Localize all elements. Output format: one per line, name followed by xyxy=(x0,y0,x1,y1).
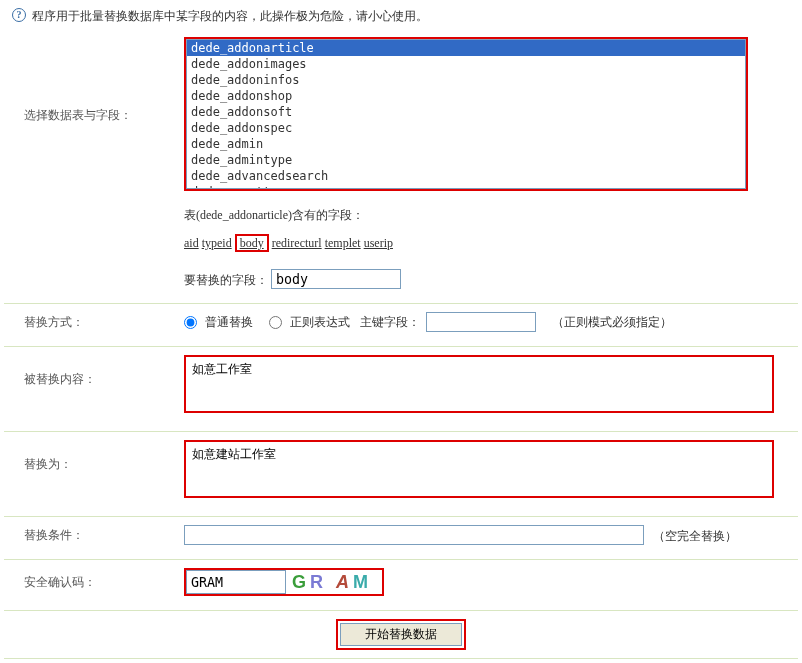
table-option[interactable]: dede_admintype xyxy=(187,152,745,168)
table-option[interactable]: dede_admin xyxy=(187,136,745,152)
field-link[interactable]: typeid xyxy=(202,236,232,250)
field-link[interactable]: aid xyxy=(184,236,199,250)
table-option[interactable]: dede_advancedsearch xyxy=(187,168,745,184)
result-label: 结果： xyxy=(4,659,798,663)
table-listbox[interactable]: dede_addonarticledede_addonimagesdede_ad… xyxy=(186,39,746,189)
radio-regex[interactable] xyxy=(269,316,282,329)
table-option[interactable]: dede_addonsoft xyxy=(187,104,745,120)
primary-key-input[interactable] xyxy=(426,312,536,332)
field-link[interactable]: userip xyxy=(364,236,393,250)
replace-to-textarea[interactable] xyxy=(184,440,774,498)
field-link[interactable]: templet xyxy=(325,236,361,250)
regex-note: （正则模式必须指定） xyxy=(552,314,672,331)
label-replaced-content: 被替换内容： xyxy=(24,355,184,388)
table-option[interactable]: dede_arcatt xyxy=(187,184,745,189)
table-option[interactable]: dede_addonspec xyxy=(187,120,745,136)
table-option[interactable]: dede_addoninfos xyxy=(187,72,745,88)
label-field-to-replace: 要替换的字段： xyxy=(184,273,268,287)
table-option[interactable]: dede_addonshop xyxy=(187,88,745,104)
replaced-content-textarea[interactable] xyxy=(184,355,774,413)
submit-button[interactable]: 开始替换数据 xyxy=(340,623,462,646)
field-links: aid typeid body redirecturl templet user… xyxy=(184,236,790,251)
label-replace-to: 替换为： xyxy=(24,440,184,473)
table-option[interactable]: dede_addonimages xyxy=(187,56,745,72)
field-link[interactable]: redirecturl xyxy=(272,236,322,250)
label-normal-replace: 普通替换 xyxy=(205,314,253,331)
label-primary-key: 主键字段： xyxy=(360,314,420,331)
label-replace-condition: 替换条件： xyxy=(24,527,184,544)
condition-note: （空完全替换） xyxy=(653,529,737,543)
table-option[interactable]: dede_addonarticle xyxy=(187,40,745,56)
captcha-input[interactable] xyxy=(186,570,286,594)
warning-text: 程序用于批量替换数据库中某字段的内容，此操作极为危险，请小心使用。 xyxy=(32,8,428,25)
replace-field-input[interactable] xyxy=(271,269,401,289)
condition-input[interactable] xyxy=(184,525,644,545)
field-link[interactable]: body xyxy=(240,236,264,250)
label-replace-method: 替换方式： xyxy=(24,314,184,331)
radio-normal[interactable] xyxy=(184,316,197,329)
label-security-code: 安全确认码： xyxy=(24,574,184,591)
help-icon: ? xyxy=(12,8,26,22)
captcha-image[interactable]: GR AM xyxy=(286,572,378,593)
table-fields-prefix: 表(dede_addonarticle)含有的字段： xyxy=(184,207,790,224)
label-select-table: 选择数据表与字段： xyxy=(24,107,184,124)
label-regex-replace: 正则表达式 xyxy=(290,314,350,331)
